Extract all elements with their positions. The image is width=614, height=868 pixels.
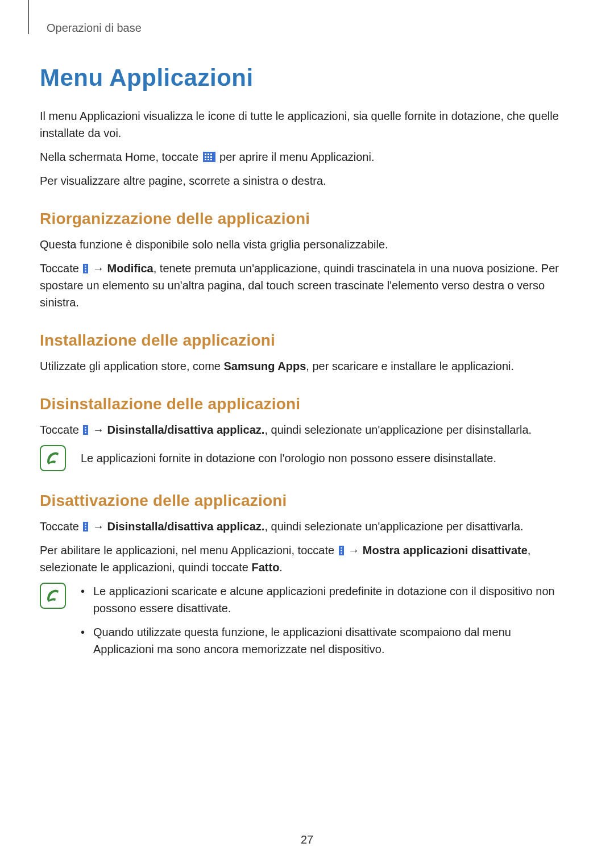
note-icon (40, 445, 66, 471)
bold-label-disinstalla: Disinstalla/disattiva applicaz. (107, 423, 265, 436)
overflow-menu-icon (83, 519, 88, 529)
svg-point-20 (85, 526, 87, 528)
bold-label-mostra: Mostra applicazioni disattivate (363, 544, 528, 556)
text-fragment: Toccate (40, 423, 82, 436)
section-heading-reorg: Riorganizzazione delle applicazioni (40, 210, 574, 228)
text-fragment: Utilizzate gli application store, come (40, 360, 223, 372)
bold-label-modifica: Modifica (107, 262, 154, 275)
text-fragment: Per abilitare le applicazioni, nel menu … (40, 544, 338, 556)
bold-label-fatto: Fatto (251, 561, 279, 574)
svg-point-16 (85, 429, 87, 431)
text-fragment: , quindi selezionate un'applicazione per… (264, 520, 523, 533)
breadcrumb: Operazioni di base (47, 22, 574, 35)
note-text-uninstall: Le applicazioni fornite in dotazione con… (81, 445, 574, 467)
svg-point-23 (341, 547, 342, 549)
reorg-paragraph-1: Questa funzione è disponibile solo nella… (40, 236, 574, 253)
overflow-menu-icon (83, 422, 88, 432)
svg-rect-2 (208, 153, 209, 155)
page-title: Menu Applicazioni (40, 64, 574, 92)
svg-point-19 (85, 524, 87, 525)
intro-paragraph-3: Per visualizzare altre pagine, scorrete … (40, 172, 574, 189)
note-block-disable: Le applicazioni scaricate e alcune appli… (40, 583, 574, 665)
svg-rect-9 (210, 159, 212, 160)
svg-point-13 (85, 271, 87, 272)
svg-rect-7 (205, 159, 206, 160)
svg-rect-6 (210, 156, 212, 158)
install-paragraph-1: Utilizzate gli application store, come S… (40, 358, 574, 375)
svg-point-12 (85, 268, 87, 269)
svg-point-11 (85, 265, 87, 267)
svg-rect-8 (208, 159, 209, 160)
note-list-item: Le applicazioni scaricate e alcune appli… (81, 583, 574, 617)
disable-paragraph-1: Toccate → Disinstalla/disattiva applicaz… (40, 518, 574, 535)
text-fragment: Toccate (40, 262, 82, 275)
note-list-item: Quando utilizzate questa funzione, le ap… (81, 624, 574, 658)
intro-paragraph-2: Nella schermata Home, toccate per aprire… (40, 148, 574, 165)
svg-rect-1 (205, 153, 206, 155)
bold-label-samsung-apps: Samsung Apps (223, 360, 306, 372)
note-block-uninstall: Le applicazioni fornite in dotazione con… (40, 445, 574, 471)
svg-point-21 (85, 529, 87, 530)
arrow-text: → (345, 544, 363, 556)
svg-point-15 (85, 427, 87, 429)
intro-paragraph-1: Il menu Applicazioni visualizza le icone… (40, 107, 574, 142)
arrow-text: → (89, 423, 107, 436)
text-fragment: . (279, 561, 283, 574)
svg-point-24 (341, 550, 342, 551)
text-fragment: Nella schermata Home, toccate (40, 151, 202, 163)
overflow-menu-icon (339, 543, 344, 553)
text-fragment: Toccate (40, 520, 82, 533)
page-number: 27 (0, 833, 614, 846)
disable-paragraph-2: Per abilitare le applicazioni, nel menu … (40, 542, 574, 576)
note-list-disable: Le applicazioni scaricate e alcune appli… (81, 583, 574, 665)
section-heading-install: Installazione delle applicazioni (40, 331, 574, 350)
svg-rect-4 (205, 156, 206, 158)
svg-rect-5 (208, 156, 209, 158)
svg-rect-3 (210, 153, 212, 155)
page-edge-rule (28, 0, 29, 34)
svg-point-17 (85, 432, 87, 434)
arrow-text: → (89, 520, 107, 533)
note-icon (40, 583, 66, 609)
section-heading-uninstall: Disinstallazione delle applicazioni (40, 395, 574, 413)
bold-label-disinstalla-2: Disinstalla/disattiva applicaz. (107, 520, 265, 533)
svg-point-25 (341, 553, 342, 554)
section-heading-disable: Disattivazione delle applicazioni (40, 492, 574, 510)
uninstall-paragraph-1: Toccate → Disinstalla/disattiva applicaz… (40, 421, 574, 438)
overflow-menu-icon (83, 261, 88, 271)
reorg-paragraph-2: Toccate → Modifica, tenete premuta un'ap… (40, 260, 574, 311)
apps-grid-icon (203, 149, 215, 160)
text-fragment: , quindi selezionate un'applicazione per… (264, 423, 532, 436)
arrow-text: → (89, 262, 107, 275)
text-fragment: , per scaricare e installare le applicaz… (306, 360, 514, 372)
text-fragment: per aprire il menu Applicazioni. (217, 151, 375, 163)
page-content: Operazioni di base Menu Applicazioni Il … (0, 0, 614, 665)
